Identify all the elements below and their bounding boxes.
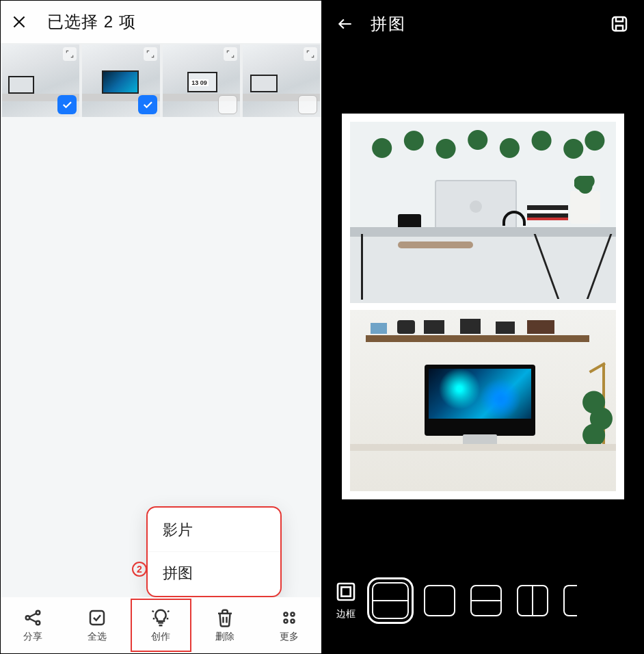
bottom-action-bar: 分享 全选 创作 删除 更多 xyxy=(1,597,321,653)
thumbnail-1[interactable] xyxy=(2,44,79,117)
left-header: 已选择 2 项 xyxy=(1,1,321,43)
clock-overlay: 13 09 xyxy=(190,79,209,86)
svg-rect-8 xyxy=(613,17,626,31)
thumbnail-4[interactable] xyxy=(243,44,320,117)
svg-point-4 xyxy=(284,613,288,616)
expand-icon[interactable] xyxy=(63,47,77,61)
create-label: 创作 xyxy=(151,631,170,643)
collage-editor-screen: 拼图 边框 xyxy=(322,0,644,654)
checkbox-checked-icon[interactable] xyxy=(57,95,77,114)
frame-label: 边框 xyxy=(336,608,355,620)
share-label: 分享 xyxy=(23,631,42,643)
more-icon xyxy=(279,607,299,628)
svg-point-7 xyxy=(291,620,295,623)
collage-title: 拼图 xyxy=(371,13,406,35)
svg-point-2 xyxy=(36,621,40,625)
checkbox-unchecked-icon[interactable] xyxy=(218,95,237,114)
collage-photo-2[interactable] xyxy=(350,310,616,491)
layout-more[interactable] xyxy=(563,585,577,616)
select-all-label: 全选 xyxy=(88,631,107,643)
layout-2-horizontal-stack[interactable] xyxy=(470,585,502,616)
annotation-marker-2: 2 xyxy=(132,562,147,577)
checkbox-checked-icon[interactable] xyxy=(138,95,157,114)
select-all-icon xyxy=(87,607,107,628)
gallery-selection-screen: 已选择 2 项 13 09 xyxy=(0,0,322,654)
svg-point-6 xyxy=(284,620,288,623)
expand-icon[interactable] xyxy=(304,47,317,61)
thumbnail-3[interactable]: 13 09 xyxy=(163,44,240,117)
save-icon[interactable] xyxy=(609,14,630,34)
layout-2-side-by-side[interactable] xyxy=(517,585,548,616)
back-arrow-icon[interactable] xyxy=(336,15,354,33)
checkbox-unchecked-icon[interactable] xyxy=(298,95,317,114)
layout-2-vertical[interactable] xyxy=(372,582,409,619)
create-popover: 影片 拼图 xyxy=(146,506,282,597)
trash-icon xyxy=(215,607,235,628)
close-icon[interactable] xyxy=(10,13,28,31)
expand-icon[interactable] xyxy=(224,47,237,61)
right-header: 拼图 xyxy=(323,1,643,47)
thumbnail-2[interactable] xyxy=(82,44,159,117)
selection-title: 已选择 2 项 xyxy=(47,11,136,33)
collage-canvas[interactable] xyxy=(342,114,624,499)
svg-point-1 xyxy=(36,611,40,615)
share-button[interactable]: 分享 xyxy=(1,597,65,653)
lightbulb-icon xyxy=(150,607,171,628)
svg-rect-10 xyxy=(341,587,350,596)
svg-point-0 xyxy=(26,616,30,620)
svg-rect-3 xyxy=(90,611,104,625)
popover-item-movie[interactable]: 影片 xyxy=(148,509,280,551)
more-button[interactable]: 更多 xyxy=(257,597,321,653)
collage-photo-1[interactable] xyxy=(350,122,616,303)
layout-toolbar: 边框 xyxy=(323,563,643,638)
share-icon xyxy=(23,607,43,628)
frame-icon xyxy=(335,581,357,603)
select-all-button[interactable]: 全选 xyxy=(65,597,129,653)
svg-point-5 xyxy=(291,613,295,616)
popover-item-collage[interactable]: 拼图 xyxy=(148,551,280,594)
frame-button[interactable]: 边框 xyxy=(335,581,357,620)
delete-label: 删除 xyxy=(215,631,234,643)
thumbnail-strip: 13 09 xyxy=(1,43,321,117)
svg-rect-9 xyxy=(338,584,354,600)
create-button[interactable]: 创作 xyxy=(129,597,193,653)
delete-button[interactable]: 删除 xyxy=(193,597,257,653)
layout-single[interactable] xyxy=(424,585,455,616)
more-label: 更多 xyxy=(280,631,299,643)
expand-icon[interactable] xyxy=(144,47,157,61)
